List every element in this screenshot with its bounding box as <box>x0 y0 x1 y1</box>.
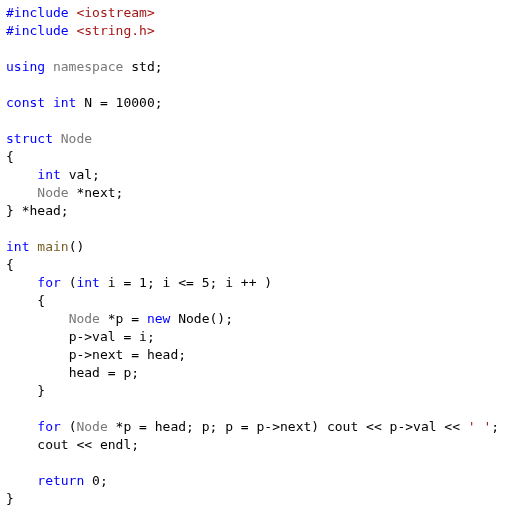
type-int: int <box>53 95 76 110</box>
char-literal-space: ' ' <box>468 419 491 434</box>
id-n: N <box>84 95 92 110</box>
call-node: Node() <box>178 311 225 326</box>
type-int: int <box>6 239 29 254</box>
kw-new: new <box>147 311 170 326</box>
header-iostream: <iostream> <box>76 5 154 20</box>
id-val: val <box>69 167 92 182</box>
num-10000: 10000 <box>116 95 155 110</box>
kw-namespace: namespace <box>53 59 123 74</box>
type-node: Node <box>69 311 100 326</box>
type-node: Node <box>37 185 68 200</box>
preproc-include: #include <box>6 5 69 20</box>
id-i: i <box>108 275 116 290</box>
id-endl: endl <box>100 437 131 452</box>
kw-return: return <box>37 473 84 488</box>
kw-struct: struct <box>6 131 53 146</box>
type-int: int <box>76 275 99 290</box>
id-cout: cout <box>37 437 68 452</box>
type-node: Node <box>61 131 92 146</box>
preproc-include: #include <box>6 23 69 38</box>
type-int: int <box>37 167 60 182</box>
kw-for: for <box>37 275 60 290</box>
ns-std: std <box>131 59 154 74</box>
id-cout: cout <box>327 419 358 434</box>
kw-for: for <box>37 419 60 434</box>
id-next: next <box>84 185 115 200</box>
code-block: #include <iostream> #include <string.h> … <box>0 0 530 510</box>
type-node: Node <box>76 419 107 434</box>
header-string-h: <string.h> <box>76 23 154 38</box>
id-head: head <box>29 203 60 218</box>
kw-using: using <box>6 59 45 74</box>
kw-const: const <box>6 95 45 110</box>
func-main: main <box>37 239 68 254</box>
